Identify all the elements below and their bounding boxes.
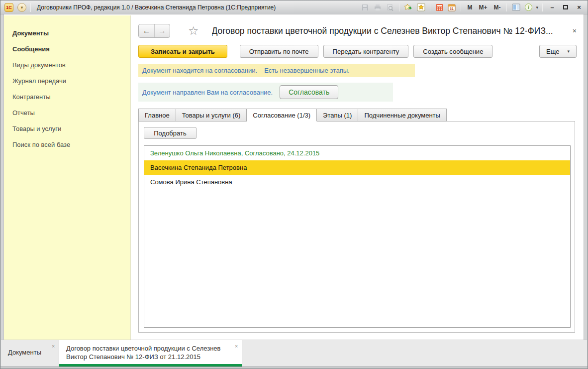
window-tab-label: Документы bbox=[8, 349, 41, 356]
separator bbox=[542, 3, 543, 11]
page-title: Договор поставки цветочной продукции с С… bbox=[212, 26, 567, 36]
list-item[interactable]: Зеленушко Ольга Николаевна, Согласовано,… bbox=[144, 146, 570, 160]
add-to-favorites-icon[interactable] bbox=[403, 2, 413, 12]
history-nav: ← → bbox=[138, 24, 170, 38]
forward-button[interactable]: → bbox=[154, 24, 170, 37]
sections-panel: Документы Сообщения Виды документов Журн… bbox=[4, 15, 131, 340]
sidebar-item-goods-services[interactable]: Товары и услуги bbox=[4, 121, 130, 137]
list-item[interactable]: Сомова Ирина Степановна bbox=[144, 175, 570, 189]
status-banner: Документ находится на согласовании. Есть… bbox=[138, 64, 415, 77]
tab-approval[interactable]: Согласование (1/3) bbox=[247, 109, 317, 122]
maximize-button[interactable] bbox=[560, 2, 571, 12]
app-window: 1С ▾ Договорчики ПРОФ, редакция 1.0 / Ва… bbox=[0, 0, 588, 369]
chevron-down-icon: ▾ bbox=[21, 5, 23, 10]
close-form-icon[interactable]: × bbox=[571, 27, 579, 35]
document-form: ← → ☆ Договор поставки цветочной продукц… bbox=[131, 15, 584, 340]
tab-main[interactable]: Главное bbox=[138, 109, 176, 122]
close-window-button[interactable]: × bbox=[574, 2, 585, 12]
approvers-list: Зеленушко Ольга Николаевна, Согласовано,… bbox=[144, 145, 571, 328]
info-icon[interactable]: i bbox=[523, 2, 533, 12]
more-label: Еще bbox=[546, 48, 559, 55]
title-bar: 1С ▾ Договорчики ПРОФ, редакция 1.0 / Ва… bbox=[0, 0, 588, 14]
main-menu-button[interactable]: ▾ bbox=[17, 3, 26, 12]
favorites-icon[interactable] bbox=[416, 2, 426, 12]
approval-banner: Документ направлен Вам на согласование. … bbox=[138, 83, 393, 102]
sidebar-item-reports[interactable]: Отчеты bbox=[4, 105, 130, 121]
open-windows-bar: Документы × Договор поставки цветочной п… bbox=[1, 340, 587, 367]
maximize-icon bbox=[563, 5, 568, 9]
svg-text:i: i bbox=[528, 4, 529, 10]
create-message-button[interactable]: Создать сообщение bbox=[413, 45, 492, 58]
window-tab-label: Договор поставки цветочной продукции с С… bbox=[66, 344, 228, 361]
window-bottom-border bbox=[0, 367, 588, 369]
status-extra-text: Есть незавершенные этапы. bbox=[264, 67, 349, 74]
sidebar-item-counterparties[interactable]: Контрагенты bbox=[4, 89, 130, 105]
window-right-border bbox=[584, 14, 588, 367]
memory-m-button[interactable]: M bbox=[465, 4, 474, 11]
send-by-mail-button[interactable]: Отправить по почте bbox=[240, 45, 318, 58]
minimize-button[interactable]: – bbox=[547, 2, 558, 12]
sidebar-item-transfer-log[interactable]: Журнал передачи bbox=[4, 73, 130, 89]
sidebar-item-messages[interactable]: Сообщения bbox=[4, 41, 130, 57]
form-header: ← → ☆ Договор поставки цветочной продукц… bbox=[138, 23, 579, 38]
list-item[interactable]: Васечкина Степанида Петровна bbox=[144, 160, 570, 175]
separator bbox=[30, 3, 31, 12]
pick-button[interactable]: Подобрать bbox=[144, 127, 196, 139]
app-logo-icon: 1С bbox=[4, 3, 13, 12]
window-tab-documents[interactable]: Документы × bbox=[1, 340, 59, 367]
window-title: Договорчики ПРОФ, редакция 1.0 / Васечки… bbox=[37, 4, 276, 11]
separator bbox=[506, 3, 507, 11]
chevron-down-icon: ▾ bbox=[567, 49, 570, 54]
close-icon[interactable]: × bbox=[235, 344, 238, 349]
separator bbox=[430, 3, 430, 11]
calculator-icon[interactable] bbox=[434, 2, 444, 12]
status-text: Документ находится на согласовании. bbox=[142, 67, 257, 74]
favorite-star-icon[interactable]: ☆ bbox=[188, 24, 199, 38]
more-actions-button[interactable]: Еще ▾ bbox=[539, 45, 577, 58]
window-tab-contract[interactable]: Договор поставки цветочной продукции с С… bbox=[59, 340, 242, 367]
command-bar: Записать и закрыть Отправить по почте Пе… bbox=[138, 45, 577, 58]
save-and-close-button[interactable]: Записать и закрыть bbox=[138, 45, 227, 58]
titlebar-toolbar: 31 M M+ M- i ▾ – × bbox=[360, 2, 585, 12]
approve-button[interactable]: Согласовать bbox=[280, 85, 338, 99]
tab-stages[interactable]: Этапы (1) bbox=[317, 109, 358, 122]
tab-subordinate-documents[interactable]: Подчиненные документы bbox=[358, 109, 447, 122]
info-caret-icon[interactable]: ▾ bbox=[536, 5, 538, 10]
separator bbox=[399, 3, 399, 11]
tab-goods-services[interactable]: Товары и услуги (6) bbox=[176, 109, 247, 122]
memory-m-plus-button[interactable]: M+ bbox=[477, 4, 489, 11]
memory-m-minus-button[interactable]: M- bbox=[491, 4, 502, 11]
close-icon[interactable]: × bbox=[52, 344, 55, 349]
svg-text:31: 31 bbox=[450, 7, 454, 10]
form-tabs: Главное Товары и услуги (6) Согласование… bbox=[138, 109, 447, 122]
back-button[interactable]: ← bbox=[139, 24, 154, 37]
split-window-icon[interactable] bbox=[511, 2, 521, 12]
arrow-left-icon: ← bbox=[143, 26, 151, 35]
calendar-icon[interactable]: 31 bbox=[447, 2, 457, 12]
transfer-to-counterparty-button[interactable]: Передать контрагенту bbox=[323, 45, 409, 58]
approval-tab-page: Подобрать Зеленушко Ольга Николаевна, Со… bbox=[138, 121, 575, 333]
save-icon[interactable] bbox=[360, 2, 370, 12]
separator bbox=[461, 3, 461, 11]
preview-icon[interactable] bbox=[385, 2, 395, 12]
sidebar-item-documents[interactable]: Документы bbox=[4, 25, 130, 41]
print-icon[interactable] bbox=[373, 2, 383, 12]
window-left-border bbox=[0, 14, 4, 367]
arrow-right-icon: → bbox=[158, 26, 166, 35]
sidebar-item-document-types[interactable]: Виды документов bbox=[4, 57, 130, 73]
approval-text: Документ направлен Вам на согласование. bbox=[142, 89, 273, 96]
sidebar-item-global-search[interactable]: Поиск по всей базе bbox=[4, 137, 130, 153]
